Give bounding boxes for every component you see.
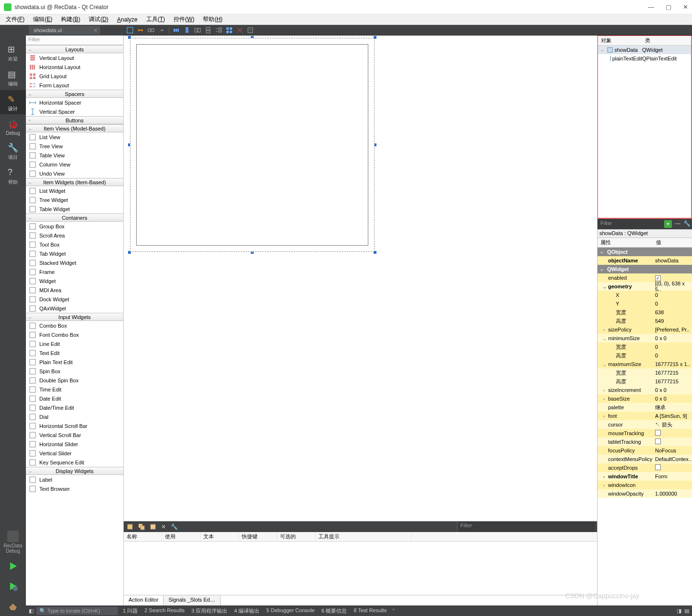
property-row[interactable]: ›baseSize0 x 0 [598, 394, 692, 403]
toggle-left-pane-icon[interactable]: ◧ [29, 608, 34, 614]
widget-item[interactable]: Dock Widget [26, 295, 123, 304]
widget-item[interactable]: QAxWidget [26, 304, 123, 313]
widget-item[interactable]: Tool Box [26, 240, 123, 249]
widget-item[interactable]: Horizontal Slider [26, 439, 123, 449]
run-debug-button[interactable] [0, 577, 26, 596]
property-row[interactable]: palette继承 [598, 403, 692, 412]
property-row[interactable]: contextMenuPolicyDefaultContex.. [598, 455, 692, 463]
widget-item[interactable]: Frame [26, 267, 123, 276]
menu-构建[interactable]: 构建(B) [57, 14, 84, 24]
object-inspector[interactable]: 对象 类 ⌵showDataQWidgetplainTextEditQPlain… [598, 36, 692, 219]
menu-文件[interactable]: 文件(F) [2, 14, 28, 24]
widget-item[interactable]: Dial [26, 412, 123, 421]
property-row[interactable]: 高度549 [598, 317, 692, 325]
layout-vsplit-icon[interactable] [205, 27, 211, 34]
output-pane-tab[interactable]: 2 Search Results [142, 607, 187, 615]
property-filter[interactable]: Filter [598, 219, 663, 229]
mode-项目[interactable]: 🔧项目 [0, 139, 26, 163]
property-row[interactable]: ⌵maximumSize16777215 x 1.. [598, 360, 692, 368]
widgetbox-category[interactable]: ⌵Containers [26, 213, 123, 222]
output-pane-tab[interactable]: 3 应用程序输出 [189, 607, 229, 615]
output-pane-tab[interactable]: 8 Test Results [352, 607, 388, 615]
mode-设计[interactable]: ✎设计 [0, 90, 26, 114]
widgetbox-category[interactable]: ⌵Display Widgets [26, 467, 123, 475]
property-row[interactable]: mouseTracking [598, 429, 692, 438]
widget-item[interactable]: Plain Text Edit [26, 357, 123, 367]
widget-item[interactable]: Date/Time Edit [26, 403, 123, 412]
widget-item[interactable]: Grid Layout [26, 71, 123, 81]
statusbar-close-icon[interactable]: ⌃ [391, 608, 396, 614]
widget-item[interactable]: Tab Widget [26, 249, 123, 258]
tab-showdata-ui[interactable]: showdata.ui × [29, 26, 100, 35]
action-filter[interactable]: Filter [457, 521, 594, 532]
widgetbox-category[interactable]: ⌵Spacers [26, 90, 123, 98]
property-row[interactable]: Y0 [598, 299, 692, 308]
break-layout-icon[interactable] [236, 27, 243, 34]
action-header[interactable]: 工具提示 [316, 532, 411, 541]
widget-item[interactable]: Tree View [26, 142, 123, 151]
action-header[interactable]: 快捷键 [239, 532, 277, 541]
paste-action-icon[interactable] [150, 523, 156, 530]
widgetbox-category[interactable]: ⌵Item Views (Model-Based) [26, 124, 123, 132]
menu-调试[interactable]: 调试(D) [85, 14, 112, 24]
kit-selector[interactable]: RecDataDebug [0, 529, 26, 556]
menu-Analyze[interactable]: Analyze [113, 15, 141, 24]
widget-item[interactable]: Text Edit [26, 348, 123, 357]
property-row[interactable]: cursor↖ 箭头 [598, 420, 692, 429]
widget-item[interactable]: Combo Box [26, 321, 123, 330]
property-row[interactable]: 宽度16777215 [598, 368, 692, 377]
property-row[interactable]: X0 [598, 291, 692, 299]
build-button[interactable] [0, 597, 26, 616]
property-row[interactable]: 高度16777215 [598, 377, 692, 386]
widget-item[interactable]: Stacked Widget [26, 258, 123, 267]
widget-item[interactable]: Vertical Scroll Bar [26, 430, 123, 439]
widget-item[interactable]: Horizontal Layout [26, 62, 123, 71]
widget-item[interactable]: Horizontal Spacer [26, 98, 123, 107]
toggle-right-pane-icon[interactable]: ▤ [684, 608, 689, 614]
property-group[interactable]: ⌵QObject [598, 248, 692, 256]
mode-欢迎[interactable]: ⊞欢迎 [0, 40, 26, 64]
widget-item[interactable]: Horizontal Scroll Bar [26, 421, 123, 430]
property-row[interactable]: ›fontA [SimSun, 9] [598, 412, 692, 420]
object-row[interactable]: ⌵showDataQWidget [598, 46, 691, 54]
widget-item[interactable]: Undo View [26, 169, 123, 178]
maximize-button[interactable]: ▢ [666, 3, 671, 11]
widget-item[interactable]: Vertical Layout [26, 53, 123, 62]
output-pane-tab[interactable]: 4 编译输出 [232, 607, 261, 615]
widget-item[interactable]: Time Edit [26, 385, 123, 394]
run-button[interactable] [0, 557, 26, 576]
property-row[interactable]: ⌵minimumSize0 x 0 [598, 334, 692, 343]
widgetbox-category[interactable]: ⌵Layouts [26, 45, 123, 53]
widget-item[interactable]: Date Edit [26, 394, 123, 403]
widget-item[interactable]: Tree Widget [26, 195, 123, 204]
widget-item[interactable]: List View [26, 132, 123, 142]
widgetbox-category[interactable]: ›Buttons [26, 116, 123, 124]
widget-item[interactable]: Table View [26, 151, 123, 160]
action-header[interactable]: 可选的 [277, 532, 316, 541]
property-row[interactable]: 高度0 [598, 351, 692, 360]
property-row[interactable]: ›windowTitleForm [598, 472, 692, 481]
adjust-size-icon[interactable] [247, 27, 254, 34]
add-dynamic-prop-icon[interactable]: + [664, 220, 672, 228]
close-button[interactable]: ✕ [683, 3, 688, 11]
widget-item[interactable]: Vertical Slider [26, 449, 123, 458]
widget-item[interactable]: Form Layout [26, 81, 123, 90]
widget-item[interactable]: MDI Area [26, 285, 123, 295]
property-row[interactable]: acceptDrops [598, 463, 692, 472]
widget-item[interactable]: Table Widget [26, 204, 123, 213]
property-row[interactable]: tabletTracking [598, 438, 692, 446]
action-header[interactable]: 使用 [162, 532, 200, 541]
form-showdata[interactable] [129, 37, 375, 252]
plaintextedit-widget[interactable] [136, 44, 368, 246]
layout-form-icon[interactable] [215, 27, 222, 34]
locator-input[interactable]: 🔍 Type to locate (Ctrl+K) [36, 607, 118, 615]
menu-编辑[interactable]: 编辑(E) [29, 14, 56, 24]
layout-hsplit-icon[interactable] [194, 27, 201, 34]
close-tab-icon[interactable]: × [94, 27, 97, 33]
widget-item[interactable]: Spin Box [26, 367, 123, 376]
layout-grid-icon[interactable] [226, 27, 233, 34]
edit-taborder-icon[interactable]: ⇥ [158, 27, 165, 34]
new-action-icon[interactable] [127, 523, 133, 530]
property-row[interactable]: ›sizePolicy[Preferred, Pr.. [598, 325, 692, 334]
layout-horizontal-icon[interactable] [173, 27, 180, 34]
